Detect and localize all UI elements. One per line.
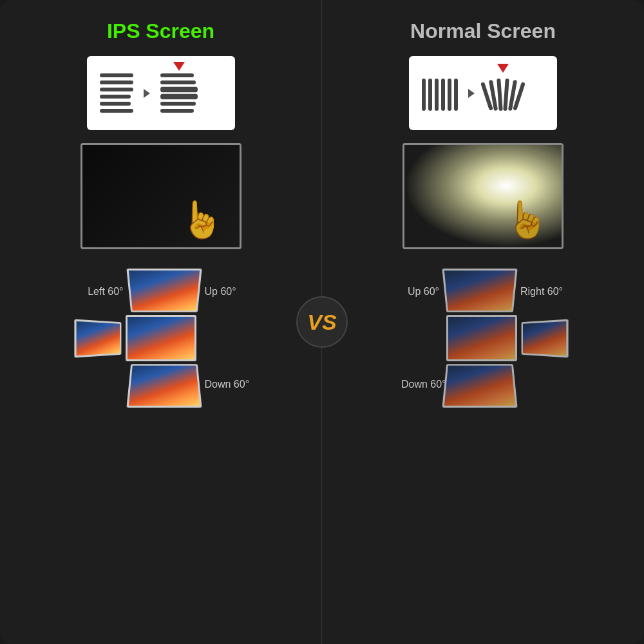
arrow-right-normal [468, 89, 475, 98]
hand-pointing-icon: ☝ [179, 199, 223, 241]
main-container: VS IPS Screen [0, 0, 644, 644]
v-mol-line [454, 79, 458, 111]
angle-top-row: Left 60° Up 60° [71, 269, 251, 315]
up-angle-label: Up 60° [200, 283, 251, 301]
normal-title: Normal Screen [410, 19, 556, 43]
mol-line [160, 102, 196, 106]
angle-center-monitor [126, 315, 196, 361]
normal-panel: Normal Screen [322, 0, 644, 644]
normal-angle-down-monitor [442, 364, 517, 408]
normal-angle-grid: Up 60° Right 60° Down 60° [338, 269, 628, 408]
hand-pointing-icon-right: ☝ [504, 199, 549, 241]
mol-line [100, 80, 133, 84]
normal-angle-top-row: Up 60° Right 60° [396, 269, 570, 315]
ips-lines-after [160, 73, 198, 113]
normal-molecular-diagram [409, 56, 557, 130]
vs-badge: VS [296, 296, 348, 348]
normal-angle-center-monitor [446, 315, 517, 361]
normal-monitor: ☝ [402, 143, 564, 249]
mol-line [160, 94, 198, 99]
ips-monitor: ☝ [80, 143, 242, 249]
v-mol-line [422, 79, 426, 111]
normal-angle-mid-row [398, 315, 569, 361]
v-mol-line [497, 79, 502, 111]
normal-lines-before [422, 75, 458, 111]
mol-line [100, 95, 131, 99]
ips-title: IPS Screen [107, 19, 214, 43]
left-angle-label: Left 60° [71, 283, 129, 301]
pressure-arrow-normal [497, 64, 509, 73]
v-mol-line [435, 79, 439, 111]
normal-angle-bottom-row: Down 60° [396, 361, 570, 408]
arrow-right [144, 89, 150, 98]
angle-bottom-row: Down 60° [71, 361, 251, 408]
v-mol-line [441, 79, 445, 111]
normal-angle-up-monitor [442, 269, 517, 312]
ips-lines-before [100, 73, 133, 113]
normal-lines-after [485, 75, 521, 111]
normal-up-label-left: Up 60° [396, 283, 444, 301]
angle-mid-row [74, 315, 248, 361]
down-label-spacer [71, 381, 129, 388]
normal-down-label: Down 60° [396, 375, 444, 393]
normal-angle-right-monitor [521, 319, 568, 357]
mol-line [100, 88, 133, 91]
angle-down-monitor [126, 364, 202, 408]
ips-angle-grid: Left 60° Up 60° Down 60° [16, 269, 305, 408]
v-mol-line [428, 79, 432, 111]
v-mol-line [448, 79, 451, 111]
mol-line [160, 80, 196, 84]
vs-text: VS [307, 310, 336, 335]
angle-left-monitor [74, 319, 121, 357]
mol-line [160, 73, 194, 77]
ips-panel: IPS Screen [0, 0, 322, 644]
ips-molecular-diagram [87, 56, 235, 130]
mol-line [160, 109, 194, 113]
angle-up-monitor [126, 269, 202, 312]
normal-right-label: Right 60° [515, 283, 570, 301]
mol-line [100, 73, 133, 77]
pressure-arrow [173, 62, 185, 71]
mol-line [100, 102, 131, 106]
mol-line [160, 87, 198, 92]
mol-line [100, 109, 133, 113]
down-angle-label: Down 60° [200, 375, 251, 393]
